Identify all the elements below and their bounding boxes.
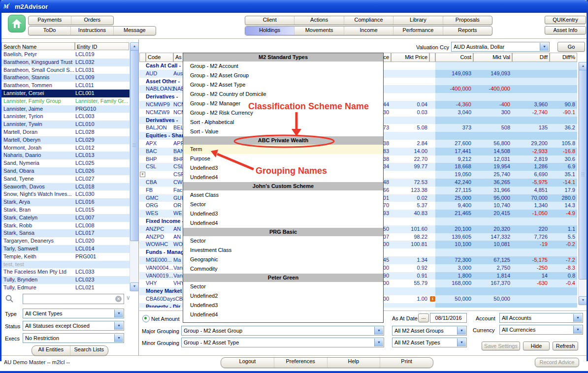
- asset-groups-select[interactable]: All M2 Asset Groups▼: [392, 326, 467, 336]
- popup-item[interactable]: Geographic: [183, 255, 383, 264]
- client-row[interactable]: Baelish, PetyrLCL019: [1, 51, 130, 59]
- toolbar-button-instructions[interactable]: Instructions: [71, 27, 113, 35]
- combo-arrow-icon[interactable]: ▼: [374, 327, 383, 335]
- client-row[interactable]: Stark, BranLCL015: [1, 206, 130, 214]
- client-row[interactable]: Baratheon, StannisLCL009: [1, 74, 130, 82]
- asset-types-select[interactable]: All M2 Asset Types▼: [392, 338, 467, 347]
- popup-item[interactable]: Group - M2 Asset Type: [183, 80, 383, 90]
- quikentry-button[interactable]: QUIKentry: [545, 16, 586, 24]
- client-row[interactable]: Lannister, CerseiLCL001: [1, 90, 130, 97]
- minor-grouping-select[interactable]: Group - M2 Asset Type▼: [181, 338, 384, 347]
- tab-proposals[interactable]: Proposals: [443, 16, 492, 25]
- tab-income[interactable]: Income: [344, 27, 393, 35]
- toolbar-button-todo[interactable]: ToDo: [29, 27, 71, 35]
- client-row[interactable]: Lannister, TyrionLCL003: [1, 113, 130, 121]
- popup-item[interactable]: Group - M2 Risk Currency: [183, 108, 383, 118]
- home-button[interactable]: [8, 15, 26, 32]
- client-row[interactable]: Tully, EdmureLCL021: [1, 284, 130, 292]
- type-filter-select[interactable]: All Client Types▼: [23, 309, 124, 318]
- major-grouping-select[interactable]: Group - M2 Asset Group▼: [181, 326, 384, 336]
- client-row[interactable]: Naharis, DaarioLCL013: [1, 152, 130, 159]
- client-row[interactable]: Lannister, Family GroupLannister, Family…: [1, 97, 130, 105]
- hide-button[interactable]: Hide: [523, 342, 550, 350]
- chevron-down-icon[interactable]: ∨: [126, 294, 131, 301]
- popup-item[interactable]: Commodity: [183, 264, 383, 274]
- as-at-date-field[interactable]: 08/11/2016: [430, 313, 467, 323]
- mkt-price-header[interactable]: Mkt Price: [391, 53, 429, 62]
- client-row[interactable]: Stark, RobbLCL008: [1, 222, 130, 230]
- code-header[interactable]: Code: [146, 53, 173, 62]
- popup-item[interactable]: Undefined3: [183, 163, 383, 173]
- client-row[interactable]: Martell, OberynLCL029: [1, 136, 130, 144]
- combo-arrow-icon[interactable]: ▼: [540, 43, 549, 51]
- client-row[interactable]: Sand, ObaraLCL026: [1, 167, 130, 175]
- combo-arrow-icon[interactable]: ▼: [573, 326, 582, 334]
- client-row[interactable]: Seaworth, DavosLCL018: [1, 183, 130, 191]
- client-row[interactable]: Tully, BryndenLCL023: [1, 276, 130, 284]
- date-browse-button[interactable]: ...: [418, 313, 429, 322]
- combo-arrow-icon[interactable]: ▼: [114, 322, 123, 330]
- account-select[interactable]: All Accounts▼: [499, 313, 583, 323]
- client-row[interactable]: Stark, SansaLCL017: [1, 229, 130, 237]
- client-list-scrollbar[interactable]: ▲ ▼: [130, 42, 138, 291]
- tab-holdings[interactable]: Holdings: [245, 27, 294, 35]
- combo-arrow-icon[interactable]: ▼: [457, 339, 466, 346]
- client-row[interactable]: Stark, AryaLCL016: [1, 198, 130, 206]
- combo-arrow-icon[interactable]: ▼: [374, 339, 383, 346]
- save-settings-button[interactable]: Save Settings: [482, 342, 520, 350]
- toolbar-button-message[interactable]: Message: [114, 27, 156, 35]
- button-search-lists[interactable]: Search Lists: [70, 346, 108, 355]
- info-header[interactable]: [429, 53, 435, 62]
- popup-item[interactable]: Sector: [183, 236, 383, 246]
- popup-item[interactable]: Undefined3: [183, 209, 383, 218]
- mkt-val-header[interactable]: Mkt Val: [473, 53, 512, 62]
- client-row[interactable]: The Faceless Men Pty LtdLCL033: [1, 268, 130, 276]
- column-header-search-name[interactable]: Search Name: [1, 42, 75, 50]
- popup-item[interactable]: Undefined2: [183, 291, 383, 301]
- title-bar[interactable]: M² m2Advisor: [0, 0, 588, 13]
- footer-button-print[interactable]: Print: [380, 358, 433, 368]
- client-row[interactable]: Martell, DoranLCL028: [1, 128, 130, 136]
- popup-item[interactable]: Sort - Alphabetical: [183, 118, 383, 127]
- client-row[interactable]: Stark, CatelynLCL007: [1, 214, 130, 222]
- client-row[interactable]: Snow, Night's Watch Inves...LCL030: [1, 190, 130, 198]
- go-button[interactable]: Go: [557, 42, 585, 52]
- toolbar-button-orders[interactable]: Orders: [71, 16, 114, 25]
- net-amount-radio[interactable]: [142, 315, 150, 322]
- client-row[interactable]: test, test: [1, 261, 130, 269]
- clear-search-icon[interactable]: ✕: [115, 296, 122, 302]
- popup-item[interactable]: Group - M2 Asset Group: [183, 71, 383, 80]
- status-filter-select[interactable]: All Statuses except Closed▼: [23, 321, 124, 331]
- client-row[interactable]: Baratheon, Kingsguard TrustLCL032: [1, 59, 130, 66]
- tab-compliance[interactable]: Compliance: [344, 16, 393, 25]
- scroll-down-icon[interactable]: ▼: [130, 282, 139, 291]
- tab-client[interactable]: Client: [245, 16, 294, 25]
- execs-filter-select[interactable]: No Restriction▼: [23, 333, 124, 343]
- scrollbar-thumb[interactable]: [130, 50, 139, 241]
- client-row[interactable]: Targaryen, DeanerysLCL020: [1, 237, 130, 245]
- valuation-ccy-select[interactable]: AUD Australia, Dollar▼: [451, 42, 550, 52]
- footer-button-help[interactable]: Help: [327, 358, 381, 368]
- popup-item[interactable]: Investment Class: [183, 246, 383, 255]
- popup-item[interactable]: Undefined3: [183, 301, 383, 310]
- tab-actions[interactable]: Actions: [294, 16, 344, 25]
- client-row[interactable]: Lannister, JaimePRG010: [1, 105, 130, 113]
- button-all-entities[interactable]: All Entities: [32, 346, 70, 355]
- popup-item[interactable]: Purpose: [183, 154, 383, 163]
- client-row[interactable]: Baratheon, TommenLCL011: [1, 82, 130, 90]
- popup-item[interactable]: Asset Class: [183, 190, 383, 200]
- combo-arrow-icon[interactable]: ▼: [573, 314, 582, 322]
- diff-pct-header[interactable]: Diff%: [550, 53, 577, 62]
- client-row[interactable]: Baratheon, Small Council S...LCL031: [1, 66, 130, 74]
- client-row[interactable]: Lannister, TywinLCL010: [1, 121, 130, 128]
- cost-header[interactable]: Cost: [435, 53, 473, 62]
- combo-arrow-icon[interactable]: ▼: [114, 310, 123, 317]
- client-row[interactable]: Mormont, JorahLCL012: [1, 144, 130, 152]
- refresh-button[interactable]: Refresh: [553, 342, 578, 350]
- popup-item[interactable]: Group - M2 Country of Domicile: [183, 90, 383, 99]
- client-row[interactable]: Sand, NymeriaLCL025: [1, 159, 130, 167]
- popup-item[interactable]: Term: [183, 145, 383, 154]
- popup-item[interactable]: Group - M2 Account: [183, 62, 383, 71]
- footer-button-logout[interactable]: Logout: [221, 358, 274, 368]
- tab-movements[interactable]: Movements: [294, 27, 344, 35]
